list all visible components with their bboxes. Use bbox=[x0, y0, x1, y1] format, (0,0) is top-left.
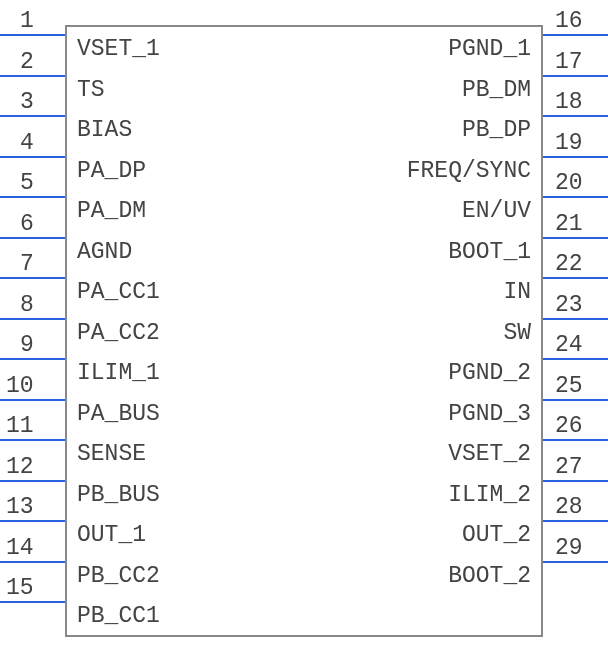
pin-number: 25 bbox=[555, 373, 583, 399]
pin-lead-left bbox=[0, 480, 65, 482]
pin-lead-right bbox=[543, 34, 608, 36]
pin-label: PA_CC1 bbox=[77, 279, 160, 305]
pin-number: 11 bbox=[6, 413, 34, 439]
pin-number: 19 bbox=[555, 130, 583, 156]
pin-label: BIAS bbox=[77, 117, 132, 143]
pin-lead-right bbox=[543, 196, 608, 198]
pin-lead-left bbox=[0, 237, 65, 239]
pin-number: 7 bbox=[20, 251, 34, 277]
pin-number: 3 bbox=[20, 89, 34, 115]
pin-label: BOOT_2 bbox=[448, 563, 531, 589]
pin-number: 10 bbox=[6, 373, 34, 399]
pin-label: ILIM_2 bbox=[448, 482, 531, 508]
pin-label: VSET_2 bbox=[448, 441, 531, 467]
pin-label: PGND_1 bbox=[448, 36, 531, 62]
pin-label: PA_DM bbox=[77, 198, 146, 224]
pin-lead-right bbox=[543, 520, 608, 522]
pin-lead-left bbox=[0, 399, 65, 401]
pin-lead-right bbox=[543, 318, 608, 320]
pin-number: 27 bbox=[555, 454, 583, 480]
pin-label: PB_DM bbox=[462, 77, 531, 103]
pin-lead-left bbox=[0, 156, 65, 158]
chip-pinout-diagram: 1VSET_12TS3BIAS4PA_DP5PA_DM6AGND7PA_CC18… bbox=[0, 0, 608, 652]
pin-label: PA_DP bbox=[77, 158, 146, 184]
pin-label: PB_CC2 bbox=[77, 563, 160, 589]
pin-label: BOOT_1 bbox=[448, 239, 531, 265]
pin-number: 18 bbox=[555, 89, 583, 115]
pin-number: 26 bbox=[555, 413, 583, 439]
pin-label: ILIM_1 bbox=[77, 360, 160, 386]
pin-lead-left bbox=[0, 601, 65, 603]
pin-label: SW bbox=[503, 320, 531, 346]
pin-number: 23 bbox=[555, 292, 583, 318]
pin-number: 15 bbox=[6, 575, 34, 601]
pin-number: 17 bbox=[555, 49, 583, 75]
pin-lead-left bbox=[0, 318, 65, 320]
pin-number: 6 bbox=[20, 211, 34, 237]
pin-lead-right bbox=[543, 75, 608, 77]
pin-number: 13 bbox=[6, 494, 34, 520]
pin-label: PB_DP bbox=[462, 117, 531, 143]
pin-number: 12 bbox=[6, 454, 34, 480]
pin-number: 5 bbox=[20, 170, 34, 196]
pin-number: 1 bbox=[20, 8, 34, 34]
pin-lead-right bbox=[543, 358, 608, 360]
pin-lead-right bbox=[543, 277, 608, 279]
pin-label: PA_BUS bbox=[77, 401, 160, 427]
pin-lead-right bbox=[543, 156, 608, 158]
pin-number: 21 bbox=[555, 211, 583, 237]
pin-lead-right bbox=[543, 439, 608, 441]
pin-label: AGND bbox=[77, 239, 132, 265]
pin-number: 16 bbox=[555, 8, 583, 34]
pin-number: 14 bbox=[6, 535, 34, 561]
pin-label: OUT_1 bbox=[77, 522, 146, 548]
pin-lead-right bbox=[543, 399, 608, 401]
pin-number: 9 bbox=[20, 332, 34, 358]
pin-lead-left bbox=[0, 520, 65, 522]
pin-label: OUT_2 bbox=[462, 522, 531, 548]
pin-number: 4 bbox=[20, 130, 34, 156]
pin-number: 29 bbox=[555, 535, 583, 561]
pin-lead-left bbox=[0, 277, 65, 279]
pin-number: 28 bbox=[555, 494, 583, 520]
pin-lead-left bbox=[0, 196, 65, 198]
pin-label: EN/UV bbox=[462, 198, 531, 224]
pin-label: SENSE bbox=[77, 441, 146, 467]
pin-lead-right bbox=[543, 115, 608, 117]
pin-label: FREQ/SYNC bbox=[407, 158, 531, 184]
pin-number: 2 bbox=[20, 49, 34, 75]
pin-lead-left bbox=[0, 75, 65, 77]
pin-lead-left bbox=[0, 34, 65, 36]
pin-label: TS bbox=[77, 77, 105, 103]
pin-lead-right bbox=[543, 561, 608, 563]
pin-lead-left bbox=[0, 561, 65, 563]
pin-label: VSET_1 bbox=[77, 36, 160, 62]
pin-label: IN bbox=[503, 279, 531, 305]
pin-number: 24 bbox=[555, 332, 583, 358]
pin-lead-left bbox=[0, 439, 65, 441]
pin-lead-left bbox=[0, 358, 65, 360]
pin-label: PB_BUS bbox=[77, 482, 160, 508]
pin-label: PA_CC2 bbox=[77, 320, 160, 346]
pin-lead-right bbox=[543, 480, 608, 482]
pin-number: 8 bbox=[20, 292, 34, 318]
pin-label: PGND_3 bbox=[448, 401, 531, 427]
pin-number: 20 bbox=[555, 170, 583, 196]
pin-label: PGND_2 bbox=[448, 360, 531, 386]
pin-label: PB_CC1 bbox=[77, 603, 160, 629]
pin-number: 22 bbox=[555, 251, 583, 277]
pin-lead-left bbox=[0, 115, 65, 117]
pin-lead-right bbox=[543, 237, 608, 239]
